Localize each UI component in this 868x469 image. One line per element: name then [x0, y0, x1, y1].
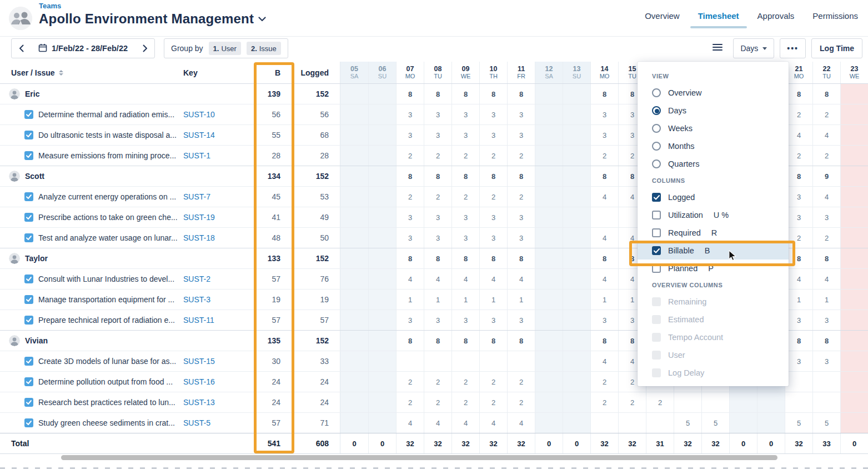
day-cell[interactable] — [535, 228, 563, 248]
day-cell[interactable] — [563, 248, 590, 268]
day-cell[interactable] — [368, 372, 396, 392]
issue-key-link[interactable]: SUST-1 — [183, 151, 210, 160]
day-cell[interactable]: 3 — [396, 125, 424, 145]
day-cell[interactable] — [340, 207, 368, 227]
day-cell[interactable]: 3 — [479, 104, 507, 124]
day-cell[interactable] — [368, 290, 396, 310]
breadcrumb-teams-link[interactable]: Teams — [39, 2, 61, 10]
day-cell[interactable]: 2 — [479, 392, 507, 412]
day-cell[interactable] — [563, 207, 590, 227]
day-cell[interactable] — [757, 392, 785, 412]
day-cell[interactable] — [701, 392, 729, 412]
user-name[interactable]: Scott — [25, 172, 44, 181]
day-cell[interactable] — [535, 248, 563, 268]
log-time-button[interactable]: Log Time — [811, 38, 862, 58]
day-cell[interactable] — [563, 125, 590, 145]
day-cell[interactable]: 3 — [424, 104, 451, 124]
day-cell[interactable]: 3 — [479, 228, 507, 248]
day-cell[interactable]: 2 — [451, 146, 479, 166]
issue-key-link[interactable]: SUST-10 — [183, 110, 215, 119]
day-cell[interactable]: 3 — [590, 104, 618, 124]
next-period-button[interactable] — [136, 39, 154, 58]
issue-key-link[interactable]: SUST-13 — [183, 398, 215, 407]
day-cell[interactable]: 3 — [479, 310, 507, 330]
issue-key-link[interactable]: SUST-7 — [183, 192, 210, 201]
user-name[interactable]: Eric — [25, 89, 39, 98]
day-cell[interactable] — [840, 310, 868, 330]
day-cell[interactable] — [840, 331, 868, 351]
issue-key-link[interactable]: SUST-14 — [183, 131, 215, 139]
day-cell[interactable]: 2 — [812, 104, 840, 124]
day-header-21[interactable]: 21MO — [785, 62, 812, 83]
day-cell[interactable] — [563, 372, 590, 392]
day-cell[interactable]: 2 — [507, 372, 535, 392]
day-cell[interactable] — [840, 228, 868, 248]
day-cell[interactable]: 4 — [479, 269, 507, 289]
day-cell[interactable]: 2 — [424, 146, 451, 166]
day-cell[interactable] — [729, 392, 757, 412]
view-option-months[interactable]: Months — [638, 137, 789, 155]
view-option-weeks[interactable]: Weeks — [638, 119, 789, 137]
day-header-14[interactable]: 14MO — [590, 62, 618, 83]
day-cell[interactable] — [368, 166, 396, 186]
day-cell[interactable]: 8 — [507, 84, 535, 104]
day-cell[interactable]: 1 — [396, 290, 424, 310]
day-header-12[interactable]: 12SA — [535, 62, 563, 83]
day-cell[interactable] — [674, 392, 701, 412]
day-header-10[interactable]: 10TH — [479, 62, 507, 83]
day-cell[interactable]: 4 — [812, 125, 840, 145]
day-cell[interactable]: 3 — [785, 310, 812, 330]
day-cell[interactable] — [340, 104, 368, 124]
day-cell[interactable]: 3 — [507, 104, 535, 124]
day-cell[interactable]: 2 — [785, 228, 812, 248]
day-cell[interactable] — [840, 413, 868, 433]
day-cell[interactable]: 4 — [507, 269, 535, 289]
day-cell[interactable]: 5 — [701, 413, 729, 433]
day-cell[interactable]: 8 — [424, 84, 451, 104]
day-cell[interactable]: 3 — [479, 207, 507, 227]
view-mode-button[interactable]: Days — [733, 38, 774, 58]
day-cell[interactable] — [618, 413, 646, 433]
day-cell[interactable]: 2 — [396, 392, 424, 412]
day-cell[interactable]: 8 — [812, 84, 840, 104]
day-cell[interactable]: 1 — [812, 290, 840, 310]
day-cell[interactable]: 2 — [424, 372, 451, 392]
day-cell[interactable] — [840, 104, 868, 124]
day-cell[interactable] — [535, 84, 563, 104]
day-cell[interactable] — [340, 248, 368, 268]
day-cell[interactable]: 3 — [507, 125, 535, 145]
day-cell[interactable] — [590, 207, 618, 227]
day-header-11[interactable]: 11FR — [507, 62, 535, 83]
day-cell[interactable]: 8 — [479, 166, 507, 186]
day-cell[interactable] — [340, 310, 368, 330]
day-cell[interactable] — [646, 413, 674, 433]
day-cell[interactable] — [535, 413, 563, 433]
day-cell[interactable] — [535, 125, 563, 145]
issue-title[interactable]: Prescribe actions to take on green che..… — [38, 213, 178, 222]
day-cell[interactable]: 3 — [451, 104, 479, 124]
view-option-quarters[interactable]: Quarters — [638, 155, 789, 173]
day-cell[interactable] — [563, 84, 590, 104]
day-cell[interactable]: 8 — [590, 84, 618, 104]
day-cell[interactable]: 2 — [479, 372, 507, 392]
day-cell[interactable]: 8 — [424, 248, 451, 268]
issue-title[interactable]: Research best practices related to lun..… — [38, 398, 175, 407]
day-cell[interactable]: 8 — [590, 166, 618, 186]
day-header-05[interactable]: 05SA — [340, 62, 368, 83]
day-cell[interactable] — [812, 392, 840, 412]
day-cell[interactable] — [368, 228, 396, 248]
day-cell[interactable] — [840, 146, 868, 166]
day-cell[interactable]: 8 — [812, 331, 840, 351]
day-cell[interactable] — [340, 413, 368, 433]
day-cell[interactable]: 8 — [479, 248, 507, 268]
day-cell[interactable] — [340, 146, 368, 166]
tab-overview[interactable]: Overview — [645, 11, 680, 28]
day-cell[interactable] — [535, 187, 563, 207]
day-cell[interactable]: 2 — [507, 146, 535, 166]
day-cell[interactable]: 2 — [590, 146, 618, 166]
group-chip-user[interactable]: 1.User — [209, 42, 241, 55]
day-cell[interactable]: 3 — [451, 310, 479, 330]
day-cell[interactable]: 3 — [507, 310, 535, 330]
day-cell[interactable]: 4 — [812, 269, 840, 289]
issue-title[interactable]: Consult with Lunar Industries to devel..… — [38, 275, 174, 283]
